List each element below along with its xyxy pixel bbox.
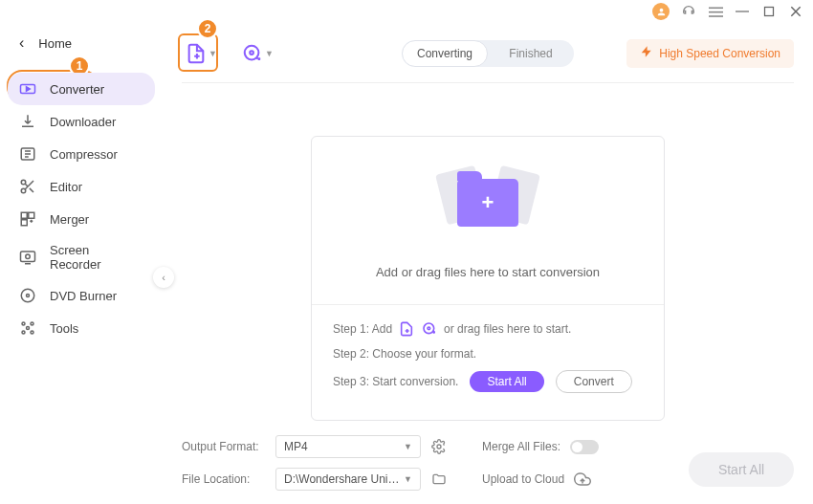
step1-pre-text: Step 1: Add <box>333 322 392 336</box>
minimize-window-icon[interactable] <box>735 4 750 19</box>
compressor-icon <box>19 145 36 163</box>
svg-rect-4 <box>765 8 774 16</box>
sidebar-item-dvd[interactable]: DVD Burner <box>0 279 163 312</box>
output-settings-gear-icon[interactable] <box>430 438 448 455</box>
tools-grid-icon <box>19 319 36 337</box>
sidebar-label: Merger <box>50 212 89 227</box>
step-1-row: Step 1: Add or drag files here to start. <box>333 320 643 338</box>
chevron-down-icon: ▼ <box>265 49 274 58</box>
svg-rect-2 <box>709 15 723 17</box>
main-layout: ‹ Home 1 Converter Downloader Compressor… <box>0 23 813 504</box>
output-format-label: Output Format: <box>182 440 266 453</box>
sidebar-label: Downloader <box>50 115 116 129</box>
back-chevron-icon[interactable]: ‹ <box>19 34 24 52</box>
sidebar-item-compressor[interactable]: Compressor <box>0 138 163 170</box>
convert-button-inline[interactable]: Convert <box>556 370 632 393</box>
svg-point-16 <box>27 295 30 297</box>
start-all-button-inline[interactable]: Start All <box>470 371 543 392</box>
hamburger-menu-icon[interactable] <box>708 4 723 19</box>
step-3-row: Step 3: Start conversion. Start All Conv… <box>333 370 643 393</box>
home-label: Home <box>38 36 72 51</box>
lightning-icon <box>640 45 653 62</box>
add-disc-mini-icon[interactable] <box>421 320 438 338</box>
svg-point-15 <box>21 289 34 302</box>
drop-zone[interactable]: + Add or drag files here to start conver… <box>311 136 665 421</box>
window-titlebar <box>0 0 813 23</box>
svg-point-9 <box>21 188 26 193</box>
sidebar-label: Tools <box>50 321 78 336</box>
svg-marker-6 <box>27 87 31 92</box>
maximize-window-icon[interactable] <box>761 4 777 19</box>
svg-point-18 <box>31 322 33 325</box>
sidebar-item-editor[interactable]: Editor <box>0 170 163 203</box>
svg-point-17 <box>22 322 25 325</box>
toolbar: 2 ▼ ▼ Converting Finished High Speed Con… <box>182 34 794 73</box>
svg-rect-12 <box>21 220 27 226</box>
svg-rect-13 <box>21 252 35 262</box>
svg-point-26 <box>437 445 441 449</box>
user-avatar-icon[interactable] <box>652 3 670 20</box>
sidebar-item-recorder[interactable]: Screen Recorder <box>0 235 163 279</box>
toolbar-separator <box>182 82 794 83</box>
svg-point-20 <box>31 331 33 334</box>
svg-point-19 <box>22 331 25 334</box>
open-folder-icon[interactable] <box>430 471 448 488</box>
svg-point-21 <box>27 327 30 330</box>
svg-rect-10 <box>21 212 27 218</box>
content-area: 2 ▼ ▼ Converting Finished High Speed Con… <box>163 23 813 504</box>
close-window-icon[interactable] <box>788 4 803 19</box>
sidebar-label: Editor <box>50 180 82 194</box>
add-file-button[interactable]: ▼ <box>182 39 221 68</box>
merge-toggle[interactable] <box>570 440 599 454</box>
sidebar-label: Compressor <box>50 147 118 162</box>
sidebar-item-tools[interactable]: Tools <box>0 312 163 344</box>
support-headset-icon[interactable] <box>681 4 696 19</box>
svg-rect-1 <box>709 11 723 12</box>
output-format-select[interactable]: MP4 ▼ <box>275 435 421 458</box>
folder-illustration: + <box>435 162 540 244</box>
sidebar-label: DVD Burner <box>50 289 117 303</box>
editor-scissors-icon <box>19 178 36 195</box>
step-2-row: Step 2: Choose your format. <box>333 347 643 361</box>
upload-cloud-label: Upload to Cloud <box>482 472 564 486</box>
svg-point-14 <box>26 254 31 259</box>
annotation-badge-2: 2 <box>197 18 218 39</box>
svg-point-8 <box>21 180 26 185</box>
svg-rect-3 <box>736 11 749 11</box>
home-nav[interactable]: ‹ Home <box>0 34 163 52</box>
high-speed-toggle[interactable]: High Speed Conversion <box>626 39 794 68</box>
output-format-value: MP4 <box>284 440 308 453</box>
tab-converting[interactable]: Converting <box>402 40 488 67</box>
svg-point-23 <box>250 51 253 55</box>
cloud-upload-icon[interactable] <box>574 471 591 488</box>
add-file-mini-icon[interactable] <box>398 320 415 338</box>
high-speed-label: High Speed Conversion <box>659 47 780 60</box>
sidebar-item-converter[interactable]: Converter <box>8 73 155 105</box>
svg-point-25 <box>428 327 430 330</box>
file-location-select[interactable]: D:\Wondershare UniConverter 1 ▼ <box>275 468 421 491</box>
plus-icon: + <box>482 190 494 215</box>
add-disc-button[interactable]: ▼ <box>238 39 277 68</box>
merger-icon <box>19 210 36 228</box>
file-location-label: File Location: <box>182 472 266 486</box>
tab-finished[interactable]: Finished <box>488 40 574 67</box>
svg-rect-0 <box>709 7 723 9</box>
sidebar-item-merger[interactable]: Merger <box>0 203 163 235</box>
steps-panel: Step 1: Add or drag files here to start.… <box>312 304 664 420</box>
merge-label: Merge All Files: <box>482 440 560 453</box>
sidebar: ‹ Home 1 Converter Downloader Compressor… <box>0 23 163 504</box>
step3-text: Step 3: Start conversion. <box>333 375 458 388</box>
sidebar-label: Converter <box>50 82 104 97</box>
chevron-down-icon: ▼ <box>404 442 412 451</box>
chevron-down-icon: ▼ <box>209 49 217 58</box>
dvd-burner-icon <box>19 287 36 304</box>
file-location-value: D:\Wondershare UniConverter 1 <box>284 472 404 486</box>
chevron-down-icon: ▼ <box>404 474 412 484</box>
svg-point-22 <box>245 46 259 60</box>
downloader-icon <box>19 113 36 130</box>
screen-recorder-icon <box>19 249 36 266</box>
start-all-button-main[interactable]: Start All <box>689 452 794 487</box>
sidebar-label: Screen Recorder <box>50 243 143 272</box>
svg-point-24 <box>424 323 434 334</box>
sidebar-item-downloader[interactable]: Downloader <box>0 105 163 138</box>
